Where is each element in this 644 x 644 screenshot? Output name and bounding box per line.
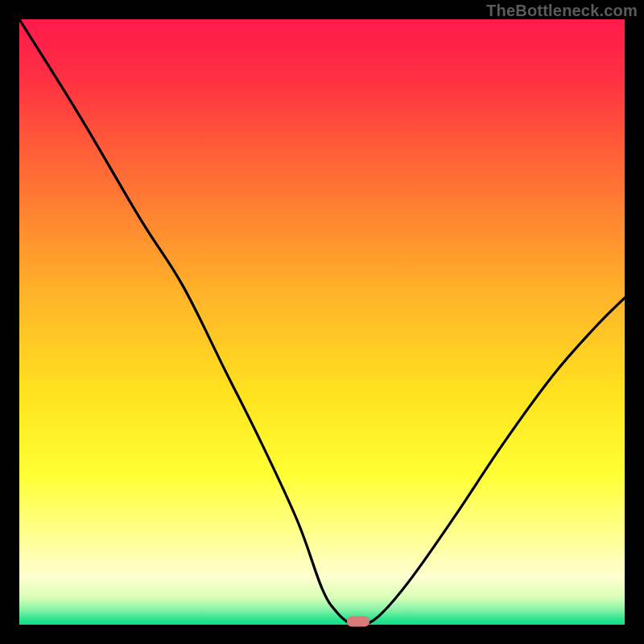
watermark-text: TheBottleneck.com: [486, 2, 638, 20]
chart-frame: TheBottleneck.com: [0, 0, 644, 644]
bottleneck-curve: [19, 19, 625, 625]
plot-area: [19, 19, 625, 625]
minimum-marker: [347, 617, 369, 627]
